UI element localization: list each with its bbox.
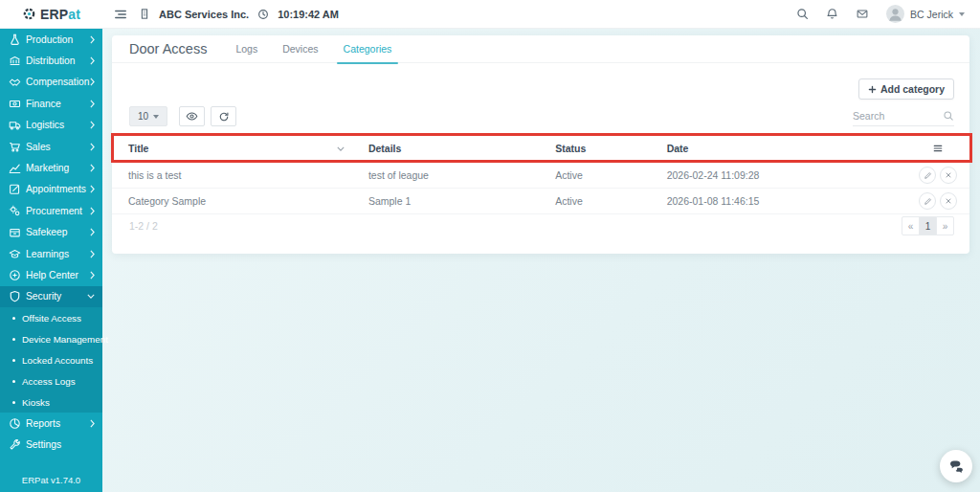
- sidebar-item-sales[interactable]: Sales: [0, 136, 102, 157]
- bullet-icon: [12, 359, 15, 362]
- sidebar-item-settings[interactable]: Settings: [0, 434, 102, 455]
- sidebar-item-security[interactable]: Security: [0, 286, 102, 307]
- sidebar-item-logistics[interactable]: Logistics: [0, 115, 102, 136]
- sidebar-item-reports[interactable]: Reports: [0, 413, 102, 434]
- sidebar-subitem-access-logs[interactable]: Access Logs: [0, 370, 102, 391]
- sidebar-subitem-kiosks[interactable]: Kiosks: [0, 391, 102, 413]
- sidebar-item-safekeep[interactable]: Safekeep: [0, 222, 102, 243]
- eye-icon: [186, 110, 198, 123]
- refresh-icon: [218, 111, 230, 123]
- search-icon[interactable]: [796, 8, 809, 20]
- company-name[interactable]: ABC Services Inc.: [159, 9, 249, 20]
- app-logo[interactable]: ERPat: [0, 0, 102, 28]
- gears-icon: [9, 205, 23, 217]
- content-area: Door Access Logs Devices Categories Add …: [102, 29, 980, 492]
- add-category-button[interactable]: Add category: [858, 78, 954, 100]
- edit-button[interactable]: [919, 167, 936, 184]
- menu-toggle-icon[interactable]: [114, 8, 127, 21]
- chat-bubbles-icon: [948, 459, 964, 473]
- logo-text: ERPat: [40, 7, 80, 22]
- building-icon: [139, 8, 150, 20]
- sidebar-subitem-offsite-access[interactable]: Offsite Access: [0, 307, 102, 328]
- chevron-right-icon: [90, 185, 95, 193]
- search-input[interactable]: [853, 110, 943, 122]
- chevron-right-icon: [90, 121, 95, 129]
- bullet-icon: [12, 317, 15, 320]
- search-icon: [943, 110, 954, 122]
- security-submenu: Offsite Access Device Management Locked …: [0, 307, 102, 413]
- app-version: ERPat v1.74.0: [0, 475, 102, 485]
- chevron-down-icon: [87, 294, 95, 299]
- door-access-card: Door Access Logs Devices Categories Add …: [112, 35, 969, 254]
- status-badge: Active: [539, 195, 650, 207]
- status-badge: Active: [539, 169, 650, 181]
- card-header: Door Access Logs Devices Categories: [112, 35, 969, 63]
- chevron-right-icon: [90, 419, 95, 428]
- topbar: ERPat ABC Services Inc. 10:19:42 AM: [0, 0, 980, 29]
- sidebar-subitem-device-management[interactable]: Device Management: [0, 328, 102, 349]
- chevron-right-icon: [90, 143, 95, 151]
- table-row: this is a test test of league Active 202…: [112, 163, 969, 189]
- sidebar-item-compensation[interactable]: Compensation: [0, 72, 102, 93]
- edit-button[interactable]: [919, 192, 936, 210]
- avatar: [886, 5, 904, 23]
- pagination-prev-button[interactable]: «: [902, 216, 920, 235]
- chevron-right-icon: [90, 164, 95, 172]
- column-header-title[interactable]: Title: [112, 143, 352, 154]
- cart-icon: [9, 141, 23, 153]
- chevron-down-icon: [959, 12, 965, 16]
- tab-categories[interactable]: Categories: [344, 35, 392, 63]
- messages-envelope-icon[interactable]: [856, 8, 869, 20]
- page-title: Door Access: [129, 41, 207, 56]
- column-header-status[interactable]: Status: [539, 143, 650, 154]
- sidebar-item-distribution[interactable]: Distribution: [0, 50, 102, 71]
- sidebar-item-appointments[interactable]: Appointments: [0, 179, 102, 200]
- chevron-right-icon: [90, 100, 95, 108]
- chat-fab-button[interactable]: [940, 450, 972, 482]
- notifications-bell-icon[interactable]: [826, 8, 838, 20]
- refresh-button[interactable]: [211, 106, 236, 126]
- row-range-label: 1-2 / 2: [129, 220, 158, 232]
- line-chart-icon: [9, 162, 23, 174]
- current-time: 10:19:42 AM: [278, 9, 339, 20]
- chevron-right-icon: [90, 35, 95, 44]
- page-size-select[interactable]: 10: [129, 106, 167, 126]
- shield-icon: [9, 290, 23, 302]
- sidebar-item-production[interactable]: Production: [0, 29, 102, 50]
- logo-gear-icon: [22, 7, 36, 21]
- sort-icon[interactable]: [337, 146, 345, 151]
- sidebar-item-finance[interactable]: Finance: [0, 93, 102, 114]
- chevron-right-icon: [90, 250, 95, 258]
- column-header-actions[interactable]: [915, 143, 969, 154]
- sidebar-item-help-center[interactable]: Help Center: [0, 264, 102, 285]
- sidebar-subitem-locked-accounts[interactable]: Locked Accounts: [0, 349, 102, 370]
- wrench-icon: [9, 438, 23, 451]
- plus-icon: [868, 85, 877, 94]
- sidebar-item-procurement[interactable]: Procurement: [0, 200, 102, 221]
- table-search: [853, 106, 954, 126]
- bullet-icon: [12, 401, 15, 404]
- delete-button[interactable]: [940, 192, 957, 210]
- column-header-details[interactable]: Details: [352, 143, 539, 154]
- categories-table: Title Details Status Date this is a test…: [112, 135, 969, 214]
- pagination-next-button[interactable]: »: [936, 216, 954, 235]
- pagination-page-1[interactable]: 1: [919, 216, 937, 235]
- tab-logs[interactable]: Logs: [235, 35, 257, 63]
- flask-icon: [9, 34, 23, 46]
- delete-button[interactable]: [940, 167, 957, 184]
- archive-box-icon: [9, 226, 23, 238]
- bullet-icon: [12, 338, 15, 341]
- chevron-right-icon: [90, 78, 95, 86]
- toggle-columns-button[interactable]: [179, 106, 205, 126]
- user-menu[interactable]: BC Jerick: [886, 5, 965, 23]
- sidebar-item-learnings[interactable]: Learnings: [0, 243, 102, 264]
- chevron-right-icon: [90, 228, 95, 236]
- username: BC Jerick: [910, 9, 953, 20]
- chevron-right-icon: [90, 207, 95, 215]
- table-footer: 1-2 / 2 « 1 »: [129, 216, 954, 235]
- tab-devices[interactable]: Devices: [282, 35, 318, 63]
- graduation-cap-icon: [9, 248, 23, 260]
- truck-icon: [9, 119, 23, 131]
- sidebar-item-marketing[interactable]: Marketing: [0, 157, 102, 178]
- column-header-date[interactable]: Date: [651, 143, 915, 154]
